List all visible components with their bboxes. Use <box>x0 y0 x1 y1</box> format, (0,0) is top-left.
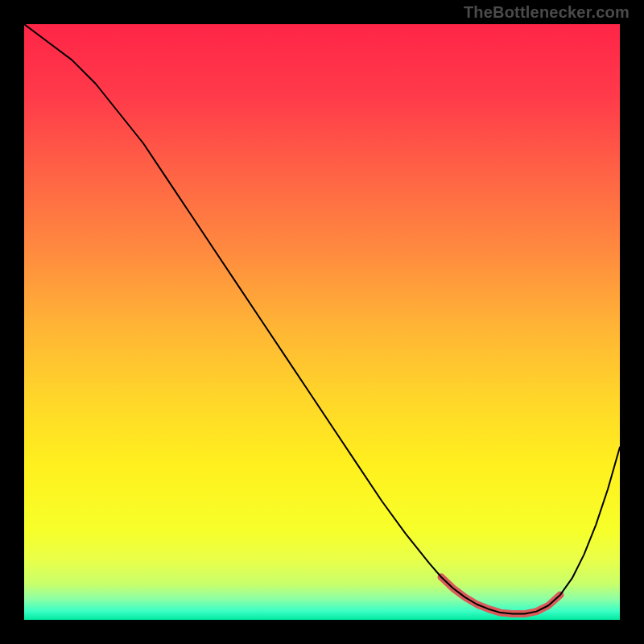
plot-area <box>24 24 620 620</box>
gradient-background <box>24 24 620 620</box>
watermark-text: TheBottlenecker.com <box>464 3 630 22</box>
plot-svg <box>24 24 620 620</box>
chart-frame: TheBottlenecker.com <box>0 0 644 644</box>
